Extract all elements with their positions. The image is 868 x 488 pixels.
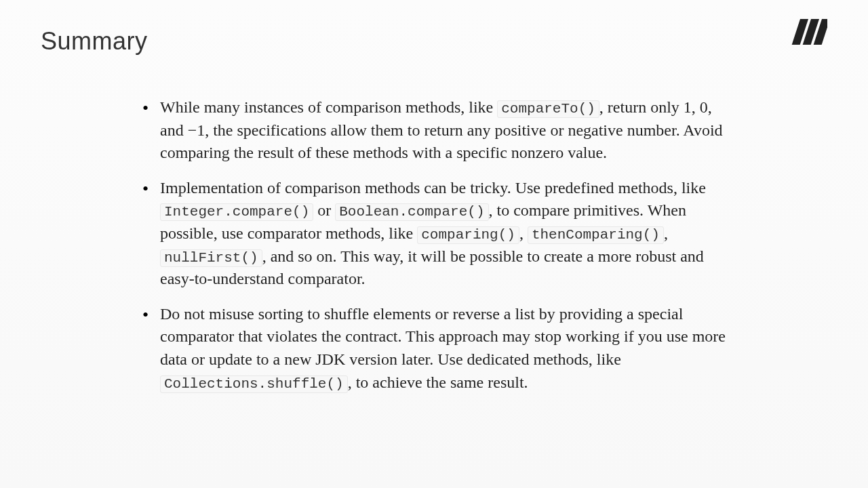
page-title: Summary	[41, 27, 827, 56]
text-span: ,	[664, 224, 668, 242]
publisher-logo-icon	[791, 19, 827, 45]
text-span: or	[313, 201, 335, 219]
code-snippet: comparing()	[417, 226, 519, 244]
list-item: Implementation of comparison methods can…	[142, 177, 732, 291]
bullet-list: While many instances of comparison metho…	[142, 96, 732, 394]
code-snippet: Boolean.compare()	[335, 203, 488, 221]
content-area: While many instances of comparison metho…	[142, 96, 732, 394]
text-span: Do not misuse sorting to shuffle element…	[160, 305, 726, 368]
text-span: Implementation of comparison methods can…	[160, 179, 706, 197]
text-span: ,	[519, 224, 528, 242]
slide: Summary While many instances of comparis…	[0, 0, 868, 488]
code-snippet: thenComparing()	[528, 226, 664, 244]
code-snippet: Collections.shuffle()	[160, 375, 348, 393]
text-span: While many instances of comparison metho…	[160, 98, 497, 116]
list-item: While many instances of comparison metho…	[142, 96, 732, 165]
list-item: Do not misuse sorting to shuffle element…	[142, 303, 732, 394]
code-snippet: compareTo()	[497, 100, 599, 118]
code-snippet: Integer.compare()	[160, 203, 313, 221]
text-span: , to achieve the same result.	[348, 373, 528, 391]
code-snippet: nullFirst()	[160, 249, 262, 267]
